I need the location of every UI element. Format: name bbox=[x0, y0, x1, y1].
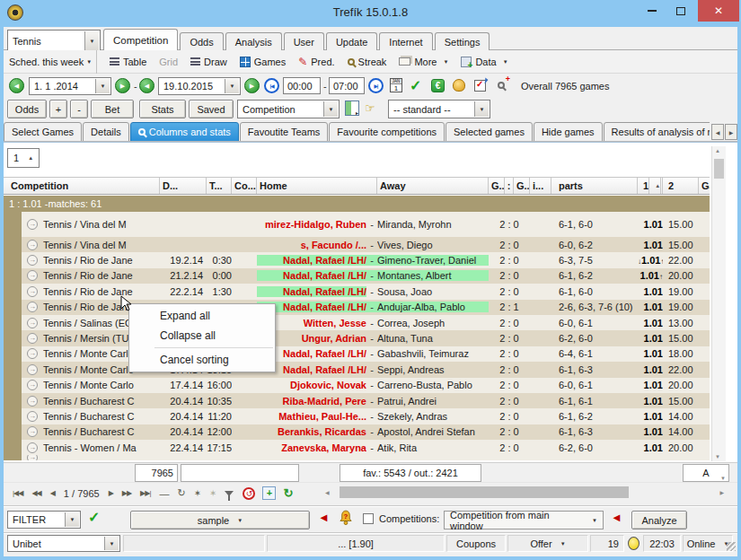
streak-button[interactable]: Streak bbox=[348, 57, 387, 67]
game-row[interactable]: →Tennis / Monte Carlo17.4.1413:15Nadal, … bbox=[4, 362, 710, 377]
vertical-scrollbar[interactable]: ▲ ▼ bbox=[711, 146, 726, 461]
calendar-icon[interactable]: JAN1 bbox=[390, 78, 402, 92]
col-date[interactable]: D... bbox=[160, 178, 207, 194]
col-time[interactable]: T... bbox=[207, 178, 232, 194]
date-from-next-button[interactable]: ▶ bbox=[115, 78, 130, 93]
filter-funnel-icon[interactable] bbox=[225, 491, 234, 496]
sample-button[interactable]: sample▼ bbox=[130, 511, 310, 529]
saved-button[interactable]: Saved bbox=[189, 100, 234, 118]
menu-item-cancel-sorting[interactable]: Cancel sorting bbox=[129, 350, 275, 370]
menu-item-expand-all[interactable]: Expand all bbox=[129, 306, 275, 326]
chevron-down-icon[interactable]: ▼ bbox=[225, 79, 239, 93]
minus-button[interactable]: - bbox=[70, 100, 88, 118]
game-row[interactable]: →Tennis / Vina del Ms, Facundo /...-Vive… bbox=[4, 237, 710, 252]
nav-refresh-button[interactable]: ↻ bbox=[177, 487, 184, 499]
horizontal-scrollbar-thumb[interactable] bbox=[340, 486, 629, 498]
scroll-down-icon[interactable]: ▼ bbox=[715, 454, 720, 459]
view-tab-results-of-analysis-of-more-filters[interactable]: Results of analysis of more filters bbox=[604, 122, 710, 142]
row-expand-icon[interactable]: → bbox=[27, 442, 38, 453]
date-to-prev-button[interactable]: ◀ bbox=[139, 78, 154, 93]
zoom-plus-icon[interactable]: + bbox=[498, 80, 505, 91]
odds-button[interactable]: Odds bbox=[7, 100, 47, 118]
nav-minus-button[interactable]: — bbox=[159, 488, 168, 499]
nav-star-dim-button[interactable]: ✶ bbox=[209, 488, 216, 498]
scheme-combo[interactable]: -- standard --▼ bbox=[388, 100, 490, 118]
resize-grip[interactable] bbox=[727, 542, 736, 551]
menu-tab-odds[interactable]: Odds bbox=[180, 32, 223, 50]
col-home[interactable]: Home bbox=[257, 178, 377, 194]
col-g2[interactable]: G... bbox=[514, 178, 530, 194]
row-expand-icon[interactable]: → bbox=[27, 240, 38, 250]
row-expand-icon[interactable]: → bbox=[27, 411, 38, 422]
game-row[interactable]: →Tennis / Rio de Jane21.2.140:00Nadal, R… bbox=[4, 268, 710, 284]
chevron-down-icon[interactable]: ▼ bbox=[84, 31, 99, 50]
online-segment[interactable]: Online▼ bbox=[683, 535, 733, 552]
pred-button[interactable]: ✎Pred. bbox=[298, 57, 334, 67]
col-gam[interactable]: Gam bbox=[699, 178, 710, 194]
more-button[interactable]: More▼ bbox=[399, 57, 448, 67]
tab-scroll-left-button[interactable]: ◀ bbox=[711, 124, 724, 140]
tasks-icon[interactable] bbox=[474, 80, 486, 92]
stats-button[interactable]: Stats bbox=[139, 100, 186, 118]
col-competition[interactable]: Competition bbox=[4, 178, 160, 194]
maximize-button[interactable] bbox=[667, 0, 694, 22]
col-i[interactable]: i... bbox=[530, 178, 551, 194]
row-expand-icon[interactable]: → bbox=[27, 318, 38, 328]
row-expand-icon[interactable]: → bbox=[27, 333, 38, 344]
bell-icon[interactable]: ? bbox=[338, 510, 354, 528]
row-expand-icon[interactable]: → bbox=[27, 348, 38, 359]
trophy-icon[interactable] bbox=[453, 79, 465, 92]
view-tab-details[interactable]: Details bbox=[83, 122, 129, 142]
col-odds2[interactable]: 2 bbox=[663, 178, 699, 194]
view-tab-select-games[interactable]: Select Games bbox=[4, 122, 82, 142]
tab-scroll-right-button[interactable]: ▶ bbox=[725, 124, 737, 140]
col-away[interactable]: Away bbox=[377, 178, 489, 194]
table-button[interactable]: Table bbox=[110, 57, 146, 67]
filter-combo[interactable]: FILTER▼ bbox=[7, 511, 81, 529]
empty-box[interactable] bbox=[181, 464, 299, 482]
col-colon[interactable]: : bbox=[505, 178, 514, 194]
game-row[interactable]: →Tennis / Mersin (TUR8.4.1414:55Ungur, A… bbox=[4, 330, 710, 346]
plus-button[interactable]: + bbox=[49, 100, 67, 118]
apply-filter-check-icon[interactable]: ✓ bbox=[88, 509, 100, 526]
menu-tab-analysis[interactable]: Analysis bbox=[225, 32, 282, 50]
competition-source-combo[interactable]: Competition from main window▼ bbox=[444, 511, 604, 529]
euro-icon[interactable]: € bbox=[431, 79, 445, 92]
horizontal-scrollbar[interactable]: ◀ ▶ bbox=[325, 486, 724, 500]
col-parts[interactable]: parts bbox=[551, 178, 638, 194]
scroll-left-icon[interactable]: ◀ bbox=[325, 489, 330, 495]
col-g1[interactable]: G... bbox=[489, 178, 505, 194]
menu-tab-settings[interactable]: Settings bbox=[435, 32, 490, 50]
chevron-down-icon[interactable]: ▼ bbox=[95, 79, 110, 93]
cancel-filter-button[interactable]: ↺ bbox=[243, 487, 255, 500]
games-button[interactable]: Games bbox=[240, 57, 286, 67]
chevron-down-icon[interactable]: ▼ bbox=[65, 512, 79, 527]
confirm-check-icon[interactable]: ✓ bbox=[410, 77, 421, 94]
bet-button[interactable]: Bet bbox=[91, 100, 134, 118]
date-to-combo[interactable]: 19.10.2015▼ bbox=[158, 77, 241, 95]
game-row[interactable]: →Tennis / Vina del Mmirez-Hidalgo, Ruben… bbox=[4, 212, 710, 237]
game-row[interactable]: →Tennis / Rio de Jane22.2.1423:05Nadal, … bbox=[4, 300, 710, 315]
date-from-prev-button[interactable]: ◀ bbox=[9, 78, 24, 93]
chevron-down-icon[interactable]: ▼ bbox=[104, 537, 119, 550]
sport-selector[interactable]: Tennis ▼ bbox=[7, 30, 101, 52]
nav-prev-button[interactable]: ◀ bbox=[50, 489, 55, 497]
row-expand-icon[interactable]: → bbox=[27, 270, 38, 281]
game-row[interactable]: →Tennis / Bucharest C20.4.1410:35Riba-Ma… bbox=[4, 393, 710, 408]
row-expand-icon[interactable]: → bbox=[27, 302, 38, 312]
minimize-button[interactable] bbox=[639, 0, 666, 22]
row-expand-icon[interactable]: → bbox=[27, 380, 38, 390]
date-from-combo[interactable]: 1. 1 .2014▼ bbox=[29, 77, 111, 95]
time-skip-start-button[interactable]: |◀ bbox=[264, 78, 279, 93]
row-expand-icon[interactable]: → bbox=[27, 219, 38, 230]
view-tab-selected-games[interactable]: Selected games bbox=[445, 122, 533, 142]
col-co[interactable]: Co... bbox=[232, 178, 257, 194]
nav-star-button[interactable]: ✶ bbox=[194, 488, 200, 498]
menu-tab-internet[interactable]: Internet bbox=[379, 32, 432, 50]
group-row[interactable]: 1 : 1.01 -matches: 61 bbox=[4, 196, 710, 212]
time-from-input[interactable]: 00:00 bbox=[283, 77, 321, 94]
column-insert-icon[interactable] bbox=[345, 101, 359, 116]
row-expand-icon[interactable]: → bbox=[27, 396, 38, 407]
row-expand-icon[interactable]: → bbox=[27, 286, 38, 297]
view-tab-favoutite-teams[interactable]: Favoutite Teams bbox=[240, 122, 329, 142]
